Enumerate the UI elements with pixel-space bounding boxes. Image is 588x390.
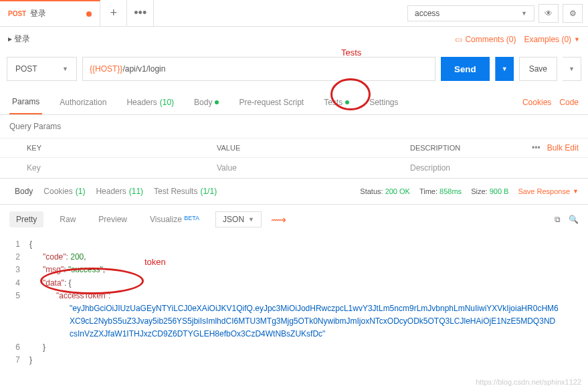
view-pretty[interactable]: Pretty: [9, 211, 43, 227]
query-params-title: Query Params: [0, 115, 588, 138]
wrap-line-icon[interactable]: ⟿: [271, 213, 286, 226]
body-active-dot-icon: [215, 100, 219, 104]
watermark: https://blog.csdn.net/sphinx1122: [476, 378, 581, 386]
view-visualize[interactable]: Visualize BETA: [143, 211, 206, 227]
value-input[interactable]: Value: [207, 158, 401, 178]
settings-button[interactable]: ⚙: [563, 4, 583, 23]
comment-icon: ▭: [455, 35, 462, 44]
send-button[interactable]: Send: [441, 57, 490, 81]
view-raw[interactable]: Raw: [53, 211, 82, 227]
tab-more-button[interactable]: •••: [127, 0, 154, 26]
search-icon[interactable]: 🔍: [569, 215, 579, 224]
size-label: Size: 900 B: [471, 187, 508, 195]
code-link[interactable]: Code: [559, 98, 579, 107]
request-tab[interactable]: POST 登录: [0, 0, 100, 26]
bulk-edit-link[interactable]: Bulk Edit: [547, 143, 579, 153]
query-params-table: KEY VALUE DESCRIPTION ••• Bulk Edit Key …: [0, 138, 588, 178]
format-select[interactable]: JSON ▼: [215, 211, 262, 227]
col-value: VALUE: [207, 138, 401, 157]
comments-link[interactable]: ▭ Comments (0): [455, 35, 516, 44]
breadcrumb[interactable]: ▸ 登录: [8, 33, 30, 45]
tab-params[interactable]: Params: [9, 90, 42, 114]
save-button[interactable]: Save: [519, 57, 557, 81]
time-label: Time: 858ms: [419, 187, 462, 195]
key-input[interactable]: Key: [0, 158, 207, 178]
view-preview[interactable]: Preview: [92, 211, 134, 227]
eye-icon: 👁: [545, 9, 553, 18]
send-dropdown[interactable]: ▼: [495, 57, 514, 81]
unsaved-dot-icon: [86, 11, 92, 17]
chevron-down-icon: ▼: [502, 66, 508, 72]
save-response-dropdown[interactable]: Save Response ▼: [518, 187, 579, 195]
new-tab-button[interactable]: +: [100, 0, 127, 26]
url-input[interactable]: {{HOST}}/api/v1/login: [82, 57, 435, 81]
col-description: DESCRIPTION: [401, 138, 521, 157]
save-dropdown[interactable]: ▼: [563, 57, 581, 81]
tab-body[interactable]: Body: [191, 91, 221, 114]
response-tab-headers[interactable]: Headers (11): [90, 187, 149, 196]
tab-prerequest[interactable]: Pre-request Script: [236, 91, 306, 114]
response-tab-testresults[interactable]: Test Results (1/1): [149, 187, 222, 196]
chevron-down-icon: ▼: [521, 10, 527, 17]
environment-select[interactable]: access ▼: [407, 5, 534, 21]
tab-settings[interactable]: Settings: [367, 91, 401, 114]
col-key: KEY: [0, 138, 207, 157]
gear-icon: ⚙: [569, 9, 577, 18]
tab-method: POST: [8, 10, 26, 17]
http-method-select[interactable]: POST ▼: [7, 57, 77, 81]
chevron-down-icon: ▼: [62, 66, 68, 72]
chevron-down-icon: ▼: [569, 66, 575, 72]
status-label: Status: 200 OK: [360, 187, 410, 195]
chevron-down-icon: ▼: [574, 36, 580, 43]
tab-tests[interactable]: Tests: [321, 91, 352, 114]
response-tab-body[interactable]: Body: [9, 187, 38, 196]
response-body[interactable]: 1{ 2"code": 200, 3"msg": "success", 4"da…: [0, 234, 588, 371]
copy-icon[interactable]: ⧉: [555, 215, 561, 224]
environment-quicklook-button[interactable]: 👁: [538, 4, 559, 23]
response-tab-cookies[interactable]: Cookies (1): [38, 187, 90, 196]
examples-dropdown[interactable]: Examples (0) ▼: [524, 35, 580, 44]
chevron-down-icon: ▼: [248, 216, 254, 223]
description-input[interactable]: Description: [401, 158, 521, 178]
tests-active-dot-icon: [345, 100, 349, 104]
more-icon[interactable]: •••: [532, 143, 541, 153]
tab-authorization[interactable]: Authorization: [57, 91, 109, 114]
cookies-link[interactable]: Cookies: [522, 98, 551, 107]
chevron-down-icon: ▼: [573, 188, 579, 195]
tab-headers[interactable]: Headers (10): [124, 91, 177, 114]
tab-name: 登录: [30, 8, 46, 19]
